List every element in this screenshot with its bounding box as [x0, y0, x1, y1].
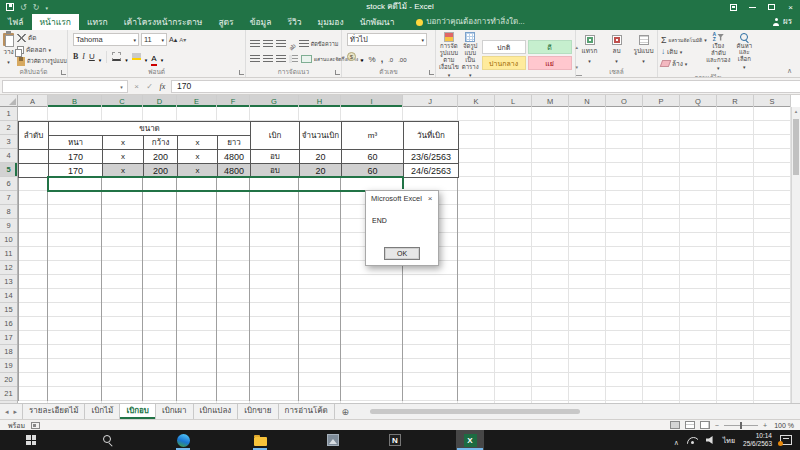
column-header-G[interactable]: G	[250, 95, 299, 107]
cell-d5[interactable]: 200	[144, 164, 178, 178]
cell-f3[interactable]: ยาว	[218, 136, 251, 150]
font-size-select[interactable]: 11	[141, 33, 167, 46]
cell-style-normal[interactable]: ปกติ	[482, 40, 526, 54]
comma-style-icon[interactable]	[381, 48, 384, 66]
row-header-18[interactable]: 18	[0, 345, 17, 359]
cell-f4[interactable]: 4800	[218, 150, 251, 164]
clear-button[interactable]: ล้าง	[661, 59, 703, 69]
delete-cells-button[interactable]: ลบ	[606, 35, 627, 64]
zoom-out-icon[interactable]: −	[715, 422, 719, 429]
bold-icon[interactable]	[73, 52, 78, 61]
row-header-19[interactable]: 19	[0, 359, 17, 373]
cell-c5[interactable]: x	[103, 164, 144, 178]
cell-g2[interactable]: เบิก	[251, 122, 300, 150]
sheet-tab-2[interactable]: เบิกอบ	[120, 404, 156, 419]
horizontal-scrollbar[interactable]	[364, 407, 792, 416]
format-as-table-button[interactable]: จัดรูปแบบเป็นตาราง	[462, 32, 479, 78]
horizontal-scroll-thumb[interactable]	[370, 409, 580, 414]
sheet-tab-0[interactable]: รายละเอียดไม้	[22, 404, 85, 419]
cell-a2[interactable]: ลำดับ	[19, 122, 49, 150]
increase-font-icon[interactable]	[169, 35, 177, 44]
ribbon-display-options-button[interactable]	[724, 0, 743, 14]
column-header-F[interactable]: F	[217, 95, 250, 107]
ribbon-tab-1[interactable]: หน้าแรก	[32, 14, 79, 30]
restore-button[interactable]	[762, 0, 781, 14]
vertical-scroll-thumb[interactable]	[793, 119, 799, 175]
taskbar-excel-button[interactable]	[456, 430, 484, 450]
increase-decimal-icon[interactable]	[388, 48, 393, 66]
confirm-entry-icon[interactable]	[143, 82, 156, 91]
macro-record-icon[interactable]	[31, 422, 40, 429]
select-all-corner[interactable]	[0, 95, 18, 107]
column-header-S[interactable]: S	[754, 95, 791, 107]
zoom-slider-thumb[interactable]	[740, 422, 742, 429]
accounting-dropdown-icon[interactable]	[361, 48, 364, 66]
save-icon[interactable]	[6, 3, 14, 11]
scroll-up-icon[interactable]	[792, 108, 800, 114]
row-header-2[interactable]: 2	[0, 121, 17, 135]
column-header-J[interactable]: J	[403, 95, 458, 107]
column-header-O[interactable]: O	[606, 95, 643, 107]
cell-i4[interactable]: 60	[342, 150, 404, 164]
row-header-11[interactable]: 11	[0, 247, 17, 261]
ribbon-tab-7[interactable]: มุมมอง	[310, 14, 352, 30]
font-color-dropdown-icon[interactable]	[161, 48, 164, 66]
decrease-indent-icon[interactable]	[289, 55, 298, 63]
cell-j2[interactable]: วันที่เบิก	[404, 122, 459, 150]
cell-c4[interactable]: x	[103, 150, 144, 164]
column-header-B[interactable]: B	[48, 95, 102, 107]
column-header-E[interactable]: E	[177, 95, 217, 107]
copy-button[interactable]: คัดลอก	[17, 45, 67, 55]
cell-d4[interactable]: 200	[144, 150, 178, 164]
paste-button[interactable]: วาง	[3, 33, 14, 65]
column-header-R[interactable]: R	[717, 95, 754, 107]
cell-e5[interactable]: x	[178, 164, 218, 178]
sheet-tab-6[interactable]: การอ่านโค้ด	[279, 404, 335, 419]
taskbar-photos-button[interactable]	[322, 430, 344, 450]
sheet-tab-1[interactable]: เบิกไม้	[85, 404, 120, 419]
account-button[interactable]: ผร	[772, 14, 800, 30]
column-header-C[interactable]: C	[102, 95, 143, 107]
fill-button[interactable]: เติม	[661, 47, 703, 57]
sheet-tab-3[interactable]: เบิกเผา	[156, 404, 194, 419]
cell-i5[interactable]: 60	[342, 164, 404, 178]
column-header-A[interactable]: A	[18, 95, 48, 107]
network-icon[interactable]	[687, 436, 698, 444]
row-header-8[interactable]: 8	[0, 205, 17, 219]
insert-function-icon[interactable]: fx	[156, 82, 169, 91]
taskbar-edge-button[interactable]	[172, 430, 194, 450]
vertical-scrollbar[interactable]	[791, 107, 800, 403]
column-header-I[interactable]: I	[341, 95, 403, 107]
normal-view-icon[interactable]	[670, 421, 680, 429]
minimize-button[interactable]	[743, 0, 762, 14]
decrease-font-icon[interactable]	[179, 35, 186, 44]
ribbon-tab-2[interactable]: แทรก	[79, 14, 116, 30]
zoom-in-icon[interactable]: +	[763, 422, 767, 429]
cell-style-bad[interactable]: แย่	[528, 56, 572, 70]
autosum-button[interactable]: ผลรวมอัตโนมัติ	[661, 35, 703, 45]
cell-e4[interactable]: x	[178, 150, 218, 164]
row-header-1[interactable]: 1	[0, 107, 17, 121]
align-bottom-icon[interactable]	[276, 40, 286, 48]
align-center-icon[interactable]	[263, 55, 273, 63]
page-break-view-icon[interactable]	[700, 421, 710, 429]
font-family-select[interactable]: Tahoma	[73, 33, 139, 46]
row-header-15[interactable]: 15	[0, 303, 17, 317]
cell-b2[interactable]: ขนาด	[49, 122, 251, 136]
sheet-tab-5[interactable]: เบิกขาย	[238, 404, 278, 419]
accounting-format-icon[interactable]	[347, 52, 356, 61]
formula-input[interactable]: 170	[171, 80, 800, 93]
decrease-decimal-icon[interactable]	[398, 48, 406, 66]
start-button[interactable]	[20, 430, 42, 450]
row-header-16[interactable]: 16	[0, 317, 17, 331]
row-header-20[interactable]: 20	[0, 373, 17, 387]
number-format-select[interactable]: ทั่วไป	[347, 33, 427, 46]
font-dialog-launcher-icon[interactable]	[239, 70, 244, 75]
name-box[interactable]	[2, 80, 128, 93]
row-header-14[interactable]: 14	[0, 289, 17, 303]
sort-filter-button[interactable]: เรียงลำดับและกรอง	[706, 32, 731, 72]
align-right-icon[interactable]	[276, 55, 286, 63]
italic-icon[interactable]	[82, 52, 85, 61]
language-indicator[interactable]: ไทย	[723, 435, 735, 446]
underline-dropdown-icon[interactable]	[99, 48, 102, 66]
